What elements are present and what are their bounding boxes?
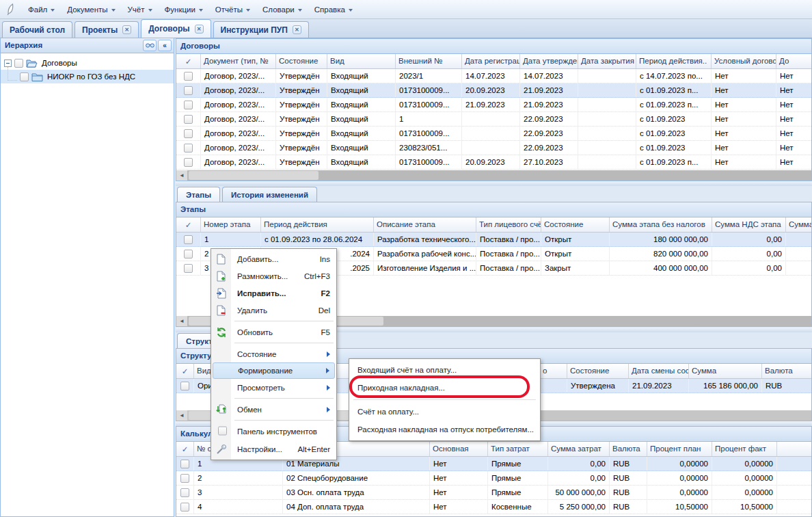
grid-header-cell[interactable]: Состояние	[567, 364, 629, 378]
tab-инструкции-пуп[interactable]: Инструкции ПУП✕	[213, 21, 309, 38]
collapse-icon[interactable]: «	[158, 40, 172, 51]
grid-header-cell[interactable]: Документ (тип, №	[201, 54, 276, 68]
grid-header-cell[interactable]: Номер этапа	[201, 217, 261, 232]
grid-header-cell[interactable]: Период действия..	[636, 54, 712, 68]
tab-close-icon[interactable]: ✕	[122, 25, 131, 34]
grid-header-cell[interactable]: Процент факт	[712, 442, 777, 456]
menubar-item-функции[interactable]: Функции	[159, 2, 209, 17]
grid-header-cell[interactable]: Состояние	[276, 54, 327, 68]
menu-item-удалить[interactable]: УдалитьDel	[213, 302, 335, 319]
tree-expander-icon[interactable]	[4, 59, 12, 67]
grid-header-cell[interactable]: о	[540, 364, 567, 378]
menu-item-добавить[interactable]: Добавить...Ins	[213, 250, 335, 267]
grid-row[interactable]: Договор, 2023/...УтверждёнВходящий017310…	[176, 98, 811, 112]
grid-header-cell[interactable]: Сумма затрат	[548, 442, 610, 456]
row-checkbox[interactable]	[184, 264, 193, 273]
tree-checkbox[interactable]	[20, 72, 29, 81]
grid-row[interactable]: Договор, 2023/...УтверждёнВходящий017310…	[176, 127, 811, 141]
row-checkbox[interactable]	[184, 72, 193, 81]
grid-header-cell[interactable]: Сумма этапа без налогов	[610, 217, 712, 232]
grid-row[interactable]: Договор, 2023/...УтверждёнВходящий230823…	[176, 141, 811, 155]
grid-row[interactable]: Договор, 2023/...УтверждёнВходящий122.09…	[176, 112, 811, 127]
tab-рабочий-стол[interactable]: Рабочий стол	[2, 21, 72, 38]
menu-item-размножить[interactable]: Размножить...Ctrl+F3	[213, 267, 335, 284]
tab-договоры[interactable]: Договоры✕	[141, 19, 211, 38]
grid-header-cell[interactable]: Условный договор	[712, 54, 776, 68]
tree-node-child[interactable]: НИОКР по ГОЗ без НДС	[1, 70, 174, 83]
menubar-item-документы[interactable]: Документы	[61, 2, 121, 17]
grid-row[interactable]: Договор, 2023/...УтверждёнВходящий2023/1…	[176, 69, 811, 83]
row-checkbox[interactable]	[184, 144, 193, 153]
grid-header-cell[interactable]: Вид	[327, 54, 396, 68]
grid-header-cell[interactable]: Дата смены состоя	[629, 364, 689, 378]
row-checkbox[interactable]	[180, 503, 189, 512]
row-checkbox[interactable]	[184, 158, 193, 167]
grid-header-cell[interactable]: Сумма НДС этапа	[712, 217, 786, 232]
grid-header-cell[interactable]: Дата закрытия	[578, 54, 636, 68]
grid-header-cell[interactable]: До	[776, 54, 812, 68]
menu-item-просмотреть[interactable]: Просмотреть	[213, 379, 335, 396]
menubar-item-словари[interactable]: Словари	[256, 2, 308, 17]
grid-header-cell[interactable]: Процент план	[647, 442, 712, 456]
grid-header-cell[interactable]: ✓	[176, 442, 194, 456]
grid-header-cell[interactable]: Основная	[430, 442, 488, 456]
row-checkbox[interactable]	[184, 235, 193, 244]
row-checkbox[interactable]	[184, 115, 193, 124]
row-checkbox[interactable]	[180, 474, 189, 483]
scroll-left-icon[interactable]: ◄	[176, 170, 187, 181]
grid-header-cell[interactable]: Валюта	[762, 364, 812, 378]
grid-row[interactable]: 303 Осн. оплата трудаНетПрямые50 000 000…	[176, 486, 811, 500]
search-icon[interactable]	[143, 40, 157, 51]
menu-item-панель-инструментов[interactable]: Панель инструментов	[213, 423, 335, 440]
submenu-item-расходная-накладная-на-отпуск-потребителям[interactable]: Расходная накладная на отпуск потребител…	[351, 421, 539, 438]
menu-item-формирование[interactable]: Формирование	[213, 362, 335, 379]
grid-header-cell[interactable]: Сумма	[689, 364, 762, 378]
row-checkbox[interactable]	[180, 460, 189, 468]
section-tab-этапы[interactable]: Этапы	[177, 187, 220, 202]
splitter[interactable]	[176, 181, 812, 186]
grid-header-cell[interactable]: Дата утверждения	[520, 54, 578, 68]
menu-item-обновить[interactable]: ОбновитьF5	[213, 323, 335, 341]
grid-header-cell[interactable]: Тип затрат	[488, 442, 548, 456]
grid-header-cell[interactable]: Сумма э	[786, 217, 812, 232]
scroll-left-icon[interactable]: ◄	[176, 316, 187, 326]
grid-header-cell[interactable]: Описание этапа	[374, 217, 476, 232]
grid-header-cell[interactable]: Внешний №	[396, 54, 462, 68]
grid-row[interactable]: Договор, 2023/...УтверждёнВходящий017310…	[176, 83, 811, 98]
menubar-item-справка[interactable]: Справка	[308, 2, 359, 17]
contracts-hscrollbar[interactable]: ◄	[176, 170, 811, 181]
grid-header-cell[interactable]: ✓	[176, 217, 201, 232]
menu-item-исправить[interactable]: Исправить...F2	[213, 284, 335, 302]
menu-item-настройки[interactable]: Настройки...Alt+Enter	[213, 440, 335, 458]
submenu-item-приходная-накладная[interactable]: Приходная накладная...	[351, 379, 539, 397]
row-checkbox[interactable]	[180, 488, 189, 497]
row-checkbox[interactable]	[184, 86, 193, 95]
row-checkbox[interactable]	[184, 101, 193, 109]
grid-header-cell[interactable]: ✓	[176, 54, 201, 68]
menubar-item-файл[interactable]: Файл	[22, 2, 61, 17]
scroll-left-icon[interactable]: ◄	[176, 410, 187, 421]
row-checkbox[interactable]	[184, 250, 193, 258]
row-checkbox[interactable]	[180, 382, 189, 390]
grid-header-cell[interactable]: Валюта	[610, 442, 647, 456]
grid-header-cell[interactable]: Тип лицевого счёт	[476, 217, 541, 232]
grid-row[interactable]: 1с 01.09.2023 по 28.06.2024Разработка те…	[176, 233, 811, 247]
grid-header-cell[interactable]: Дата регистрации.	[462, 54, 520, 68]
menu-item-состояние[interactable]: Состояние	[213, 345, 335, 362]
tab-close-icon[interactable]: ✕	[293, 25, 301, 34]
tree-node-root[interactable]: Договоры	[1, 56, 174, 70]
section-tab-история изменений[interactable]: История изменений	[222, 187, 317, 202]
tab-close-icon[interactable]: ✕	[195, 25, 204, 34]
grid-header-cell[interactable]: Период действия	[261, 217, 374, 232]
scrollbar-thumb[interactable]	[189, 171, 319, 180]
submenu-item-счёт-на-оплату[interactable]: Счёт на оплату...	[351, 403, 539, 421]
grid-header-cell[interactable]: Состояние	[541, 217, 610, 232]
grid-row[interactable]: 404 Доп. оплата трудаНетКосвенные5 250 0…	[176, 500, 811, 514]
menu-item-обмен[interactable]: Обмен	[213, 401, 335, 418]
grid-header-cell[interactable]: ✓	[176, 364, 194, 378]
menubar-item-учёт[interactable]: Учёт	[122, 2, 159, 17]
submenu-item-входящий-счёт-на-оплату[interactable]: Входящий счёт на оплату...	[351, 361, 539, 379]
row-checkbox[interactable]	[184, 129, 193, 138]
tab-проекты[interactable]: Проекты✕	[75, 21, 139, 38]
menubar-item-отчёты[interactable]: Отчёты	[209, 2, 256, 17]
